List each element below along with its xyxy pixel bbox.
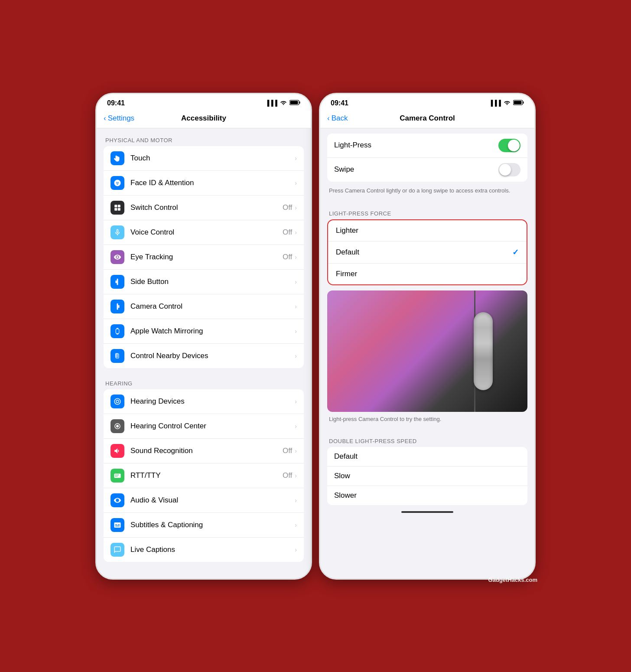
sound-recognition-icon xyxy=(111,444,124,458)
camera-control-icon xyxy=(111,300,124,313)
double-default-item[interactable]: Default xyxy=(327,447,527,466)
voice-control-label: Voice Control xyxy=(130,228,283,237)
svg-rect-11 xyxy=(117,333,119,334)
touch-item[interactable]: Touch › xyxy=(104,146,304,171)
left-phone: 09:41 ▐▐▐ ‹ Settings Accessibility xyxy=(95,93,312,580)
back-to-settings[interactable]: ‹ Settings xyxy=(104,114,134,123)
firmer-label: Firmer xyxy=(336,270,357,278)
page-title-right: Camera Control xyxy=(400,114,455,123)
rtt-tty-value: Off xyxy=(283,471,292,480)
camera-preview xyxy=(327,290,527,412)
live-captions-chevron: › xyxy=(295,546,297,553)
double-slower-label: Slower xyxy=(334,491,520,500)
toggle-thumb-light-press xyxy=(508,140,520,151)
hearing-devices-icon xyxy=(111,395,124,408)
home-indicator xyxy=(320,509,534,517)
default-option[interactable]: Default ✓ xyxy=(328,241,527,264)
voice-control-value: Off xyxy=(283,228,292,237)
back-label[interactable]: Settings xyxy=(108,114,134,123)
time-right: 09:41 xyxy=(331,99,348,107)
double-slow-label: Slow xyxy=(334,472,520,480)
status-bar-right: 09:41 ▐▐▐ xyxy=(320,94,534,111)
touch-icon xyxy=(111,151,124,165)
switch-control-label: Switch Control xyxy=(130,203,283,212)
camera-hint-text: Light-press Camera Control to try the se… xyxy=(320,414,534,429)
back-arrow-icon: ‹ xyxy=(327,114,330,123)
swipe-toggle[interactable] xyxy=(498,163,520,176)
voice-control-chevron: › xyxy=(295,229,297,236)
double-press-options: Default Slow Slower xyxy=(327,447,527,505)
battery-icon xyxy=(289,100,300,107)
light-press-toggle[interactable] xyxy=(498,139,520,152)
lighter-option[interactable]: Lighter xyxy=(328,220,527,241)
force-options-group: Lighter Default ✓ Firmer xyxy=(327,219,527,285)
hearing-devices-item[interactable]: Hearing Devices › xyxy=(104,389,304,414)
face-id-item[interactable]: Face ID & Attention › xyxy=(104,171,304,196)
rtt-tty-item[interactable]: RTT/TTY Off › xyxy=(104,463,304,488)
wifi-icon xyxy=(280,100,287,106)
hearing-control-center-item[interactable]: Hearing Control Center › xyxy=(104,414,304,439)
sound-recognition-label: Sound Recognition xyxy=(130,447,283,455)
double-press-section-header: DOUBLE LIGHT-PRESS SPEED xyxy=(320,429,534,447)
toggle-thumb-swipe xyxy=(499,164,511,176)
time-left: 09:41 xyxy=(107,99,125,107)
switch-control-icon xyxy=(111,201,124,215)
camera-button-visual xyxy=(474,312,493,390)
switch-control-value: Off xyxy=(283,203,292,212)
light-press-label: Light-Press xyxy=(334,141,498,150)
voice-control-icon xyxy=(111,225,124,239)
svg-rect-19 xyxy=(523,101,524,104)
section-physical-motor: PHYSICAL AND MOTOR xyxy=(97,128,311,146)
control-nearby-item[interactable]: Control Nearby Devices › xyxy=(104,344,304,368)
svg-rect-3 xyxy=(114,205,117,207)
section-hearing: HEARING xyxy=(97,372,311,389)
hearing-control-center-icon xyxy=(111,419,124,433)
subtitles-captioning-item[interactable]: Subtitles & Captioning › xyxy=(104,513,304,538)
nav-bar-right: ‹ Back Camera Control xyxy=(320,111,534,128)
back-label-right[interactable]: Back xyxy=(332,114,348,123)
hearing-list: Hearing Devices › Hearing Control Center… xyxy=(104,389,304,562)
control-nearby-label: Control Nearby Devices xyxy=(130,352,295,360)
audio-visual-item[interactable]: Audio & Visual › xyxy=(104,488,304,513)
firmer-option[interactable]: Firmer xyxy=(328,264,527,284)
sound-recognition-item[interactable]: Sound Recognition Off › xyxy=(104,439,304,463)
sound-recognition-chevron: › xyxy=(295,447,297,454)
touch-chevron: › xyxy=(295,155,297,162)
eye-tracking-icon xyxy=(111,250,124,264)
apple-watch-icon xyxy=(111,324,124,338)
nav-bar-left: ‹ Settings Accessibility xyxy=(97,111,311,128)
eye-tracking-chevron: › xyxy=(295,254,297,261)
page-title-left: Accessibility xyxy=(181,114,226,123)
back-button-right[interactable]: ‹ Back xyxy=(327,114,348,123)
force-section-header: LIGHT-PRESS FORCE xyxy=(320,202,534,219)
svg-rect-7 xyxy=(117,278,118,285)
voice-control-item[interactable]: Voice Control Off › xyxy=(104,220,304,245)
side-button-item[interactable]: Side Button › xyxy=(104,270,304,294)
apple-watch-item[interactable]: Apple Watch Mirroring › xyxy=(104,319,304,344)
hearing-control-center-label: Hearing Control Center xyxy=(130,422,295,431)
live-captions-icon xyxy=(111,543,124,557)
rtt-tty-icon xyxy=(111,469,124,483)
control-nearby-chevron: › xyxy=(295,352,297,359)
audio-visual-icon xyxy=(111,493,124,507)
default-label: Default xyxy=(336,248,359,257)
double-slow-item[interactable]: Slow xyxy=(327,466,527,486)
status-icons-right: ▐▐▐ xyxy=(489,100,524,107)
eye-tracking-item[interactable]: Eye Tracking Off › xyxy=(104,245,304,270)
double-default-label: Default xyxy=(334,452,520,461)
live-captions-item[interactable]: Live Captions › xyxy=(104,538,304,562)
apple-watch-chevron: › xyxy=(295,328,297,335)
side-button-chevron: › xyxy=(295,278,297,285)
battery-icon-right xyxy=(513,100,524,107)
swipe-item[interactable]: Swipe xyxy=(327,158,527,182)
svg-rect-6 xyxy=(118,208,120,210)
light-press-item[interactable]: Light-Press xyxy=(327,134,527,158)
switch-control-item[interactable]: Switch Control Off › xyxy=(104,196,304,220)
apple-watch-label: Apple Watch Mirroring xyxy=(130,327,295,336)
camera-control-item[interactable]: Camera Control › xyxy=(104,294,304,319)
touch-label: Touch xyxy=(130,154,295,163)
subtitles-captioning-icon xyxy=(111,518,124,532)
svg-point-14 xyxy=(116,425,119,427)
hearing-devices-chevron: › xyxy=(295,398,297,405)
double-slower-item[interactable]: Slower xyxy=(327,486,527,505)
